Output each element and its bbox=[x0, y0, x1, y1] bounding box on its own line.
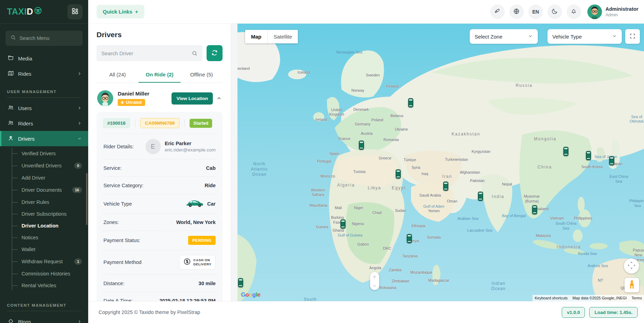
submenu-label: Driver Subscriptions bbox=[22, 211, 67, 217]
driver-list-item[interactable]: Daniel Miller ★ Unrated View Location bbox=[97, 83, 223, 112]
submenu-label: Driver Documents bbox=[22, 187, 62, 193]
vehicle-marker[interactable] bbox=[359, 140, 364, 151]
map-canvas[interactable]: Norwegian SeaGreenlandIcelandSwedenRussi… bbox=[237, 24, 644, 301]
driver-identity: Daniel Miller ★ Unrated bbox=[118, 91, 149, 106]
submenu-label: Verified Drivers bbox=[22, 151, 56, 156]
driver-search-box[interactable] bbox=[97, 45, 202, 61]
vehicle-marker[interactable] bbox=[563, 147, 569, 157]
terms-link[interactable]: Terms bbox=[632, 296, 642, 300]
divider bbox=[184, 119, 185, 127]
submenu-label: Add Driver bbox=[22, 175, 45, 181]
theme-customizer-button[interactable] bbox=[490, 5, 505, 19]
submenu-item-driver-rules[interactable]: Driver Rules bbox=[0, 196, 88, 208]
select-zone-dropdown[interactable]: Select Zone bbox=[470, 29, 538, 44]
topbar: Quick Links + EN bbox=[88, 0, 644, 24]
vehicle-marker[interactable] bbox=[395, 169, 401, 180]
submenu-item-add-driver[interactable]: Add Driver bbox=[0, 172, 88, 184]
street-view-pegman[interactable] bbox=[625, 278, 639, 292]
row-label: Rider Details: bbox=[103, 144, 134, 149]
submenu-item-driver-subscriptions[interactable]: Driver Subscriptions bbox=[0, 208, 88, 220]
vehicle-marker[interactable] bbox=[341, 220, 346, 230]
section-title: USER MANAGEMENT bbox=[7, 90, 81, 94]
ride-detail-card: #100016 CA09MN6789 Started Rider Details… bbox=[97, 112, 223, 301]
map-pan-control[interactable] bbox=[624, 258, 639, 274]
fullscreen-button[interactable] bbox=[625, 29, 640, 44]
refresh-icon bbox=[211, 49, 218, 57]
chevron-up-icon[interactable] bbox=[216, 96, 222, 101]
distance-row: Distance: 30 mile bbox=[103, 275, 216, 292]
vehicle-type-dropdown[interactable]: Vehicle Type bbox=[547, 29, 622, 44]
map-data-text: Map data ©2025 Google, INEGI bbox=[572, 296, 627, 300]
bell-icon bbox=[570, 8, 577, 16]
submenu-item-rental-vehicles[interactable]: Rental Vehicles bbox=[0, 280, 88, 291]
submenu-label: Commission Histories bbox=[22, 271, 70, 276]
submenu-item-notices[interactable]: Notices bbox=[0, 232, 88, 243]
sidebar-toggle-button[interactable] bbox=[67, 4, 83, 19]
sidebar-header: TAXID bbox=[0, 0, 88, 24]
service-row: Service: Cab bbox=[103, 159, 216, 177]
map-view-button[interactable]: Map bbox=[245, 30, 267, 43]
sidebar-search-input[interactable] bbox=[19, 35, 78, 41]
sidebar-search[interactable] bbox=[6, 31, 83, 46]
submenu-item-driver-documents[interactable]: Driver Documents16 bbox=[0, 184, 88, 196]
chevron-right-icon bbox=[77, 71, 82, 76]
quick-links-button[interactable]: Quick Links + bbox=[97, 5, 144, 18]
keyboard-shortcuts-link[interactable]: Keyboard shortcuts bbox=[535, 296, 568, 300]
submenu-item-verified-drivers[interactable]: Verified Drivers bbox=[0, 148, 88, 159]
sidebar-item-rides[interactable]: Rides bbox=[0, 66, 88, 81]
tab-offline[interactable]: Offline (5) bbox=[181, 67, 223, 83]
vehicle-marker[interactable] bbox=[609, 156, 614, 167]
zoom-out-icon[interactable]: − bbox=[373, 283, 376, 289]
version-badge[interactable]: v1.0.0 bbox=[562, 307, 585, 318]
vehicle-marker[interactable] bbox=[238, 278, 243, 289]
vehicle-marker[interactable] bbox=[586, 151, 591, 162]
notifications-button[interactable] bbox=[567, 5, 581, 19]
submenu-item-withdraw-request[interactable]: Withdraw Request1 bbox=[0, 255, 88, 268]
submenu-item-commission-histories[interactable]: Commission Histories bbox=[0, 268, 88, 280]
app-logo[interactable]: TAXID bbox=[7, 6, 42, 17]
sidebar-item-users[interactable]: Users bbox=[0, 100, 88, 116]
riders-icon bbox=[8, 120, 14, 127]
vehicle-marker[interactable] bbox=[478, 192, 483, 202]
satellite-view-button[interactable]: Satellite bbox=[267, 30, 298, 43]
main-area: Quick Links + EN bbox=[88, 0, 644, 323]
sidebar-item-blogs[interactable]: Blogs bbox=[0, 314, 88, 323]
sidebar-scrollbar[interactable] bbox=[86, 173, 87, 225]
refresh-button[interactable] bbox=[207, 45, 223, 61]
tab-all[interactable]: All (24) bbox=[97, 67, 139, 83]
rider-cell: E Eric Parker eric.rider@example.com bbox=[145, 139, 216, 154]
drivers-panel: Drivers All (24) On Ride (2) Offline (5) bbox=[88, 24, 231, 301]
ride-badges-row: #100016 CA09MN6789 Started bbox=[103, 118, 216, 134]
load-time-badge[interactable]: Load time: 1.45s. bbox=[589, 307, 638, 318]
section-title: CONTENT MANAGEMENT bbox=[7, 303, 81, 307]
sidebar-item-media[interactable]: Media bbox=[0, 51, 88, 66]
search-icon bbox=[192, 50, 198, 56]
vehicle-marker[interactable] bbox=[408, 98, 413, 109]
ride-id-badge[interactable]: #100016 bbox=[103, 118, 130, 128]
vehicle-marker[interactable] bbox=[407, 234, 412, 245]
language-globe-button[interactable] bbox=[509, 5, 524, 19]
user-profile[interactable]: Administrator Admin bbox=[587, 5, 638, 19]
zones-row: Zones: World, New York bbox=[103, 214, 216, 231]
view-location-button[interactable]: View Location bbox=[172, 92, 213, 105]
vehicle-marker[interactable] bbox=[443, 181, 448, 192]
sidebar-item-drivers[interactable]: Drivers bbox=[0, 131, 88, 146]
sidebar-item-riders[interactable]: Riders bbox=[0, 116, 88, 131]
sidebar-item-label: Riders bbox=[18, 121, 33, 126]
tab-on-ride[interactable]: On Ride (2) bbox=[139, 67, 181, 83]
submenu-item-unverified-drivers[interactable]: Unverified Drivers0 bbox=[0, 159, 88, 172]
map-zoom-control[interactable]: +− bbox=[370, 272, 379, 290]
chevron-right-icon bbox=[77, 121, 82, 126]
submenu-item-wallet[interactable]: Wallet bbox=[0, 243, 88, 255]
zoom-in-icon[interactable]: + bbox=[373, 274, 376, 280]
dark-mode-button[interactable] bbox=[547, 5, 562, 19]
submenu-item-driver-location[interactable]: Driver Location bbox=[0, 220, 88, 232]
language-code: EN bbox=[532, 9, 539, 15]
row-label: Zones: bbox=[103, 220, 119, 225]
driver-search-input[interactable] bbox=[101, 50, 192, 56]
vehicle-marker[interactable] bbox=[532, 205, 537, 216]
language-selector[interactable]: EN bbox=[528, 5, 543, 19]
select-zone-value: Select Zone bbox=[475, 34, 502, 40]
map-panel[interactable]: Norwegian SeaGreenlandIcelandSwedenRussi… bbox=[237, 24, 644, 301]
moon-icon bbox=[551, 8, 558, 16]
